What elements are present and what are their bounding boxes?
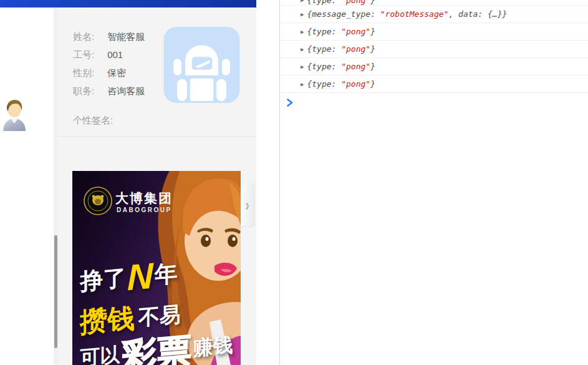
- ad-brand-name: 大博集团: [115, 190, 173, 207]
- field-label: 性别:: [73, 66, 102, 80]
- profile-row-id: 工号: 001: [73, 48, 123, 62]
- devtools-console[interactable]: ▶ {type: "pong"} ▶ {message_type: "robot…: [279, 0, 588, 365]
- expand-triangle-icon[interactable]: ▶: [301, 64, 304, 70]
- prompt-chevron-icon: [287, 99, 293, 107]
- expand-triangle-icon[interactable]: ▶: [301, 0, 304, 3]
- console-log-row[interactable]: ▶ {type: "pong"}: [280, 41, 588, 58]
- field-value: 咨询客服: [107, 85, 145, 96]
- field-value: 保密: [107, 67, 126, 78]
- console-log-row[interactable]: ▶ {type: "pong"}: [280, 75, 588, 93]
- expand-triangle-icon[interactable]: ▶: [301, 29, 304, 35]
- log-preview: {type: "pong"}: [307, 79, 375, 89]
- field-label: 工号:: [73, 48, 102, 62]
- profile-row-gender: 性别: 保密: [73, 66, 126, 80]
- chevron-right-icon: ›: [245, 196, 249, 213]
- robot-avatar-icon: [163, 27, 240, 103]
- expand-triangle-icon[interactable]: ▶: [301, 46, 304, 52]
- left-rail: [0, 7, 54, 365]
- log-preview: {type: "pong"}: [307, 62, 375, 71]
- console-prompt[interactable]: [280, 93, 588, 112]
- signature-label: 个性签名:: [73, 115, 113, 127]
- section-divider: [58, 136, 256, 137]
- console-log-row[interactable]: ▶ {message_type: "robotMessage", data: {…: [280, 6, 588, 23]
- app-topbar: [0, 0, 256, 7]
- field-value: 智能客服: [107, 31, 145, 42]
- dabogroup-logo-icon: [84, 187, 112, 215]
- ad-banner[interactable]: 大博集团 DABOGROUP 挣了N年 攒钱不易 可以彩票赚钱: [72, 171, 241, 365]
- field-label: 职务:: [73, 84, 102, 98]
- screen: 姓名: 智能客服 工号: 001 性别: 保密 职务: 咨询客服 个性签名:: [0, 0, 588, 365]
- console-log-row[interactable]: ▶ {type: "pong"}: [280, 0, 588, 6]
- left-scrollbar-track[interactable]: [54, 7, 58, 365]
- ad-brand-name-en: DABOGROUP: [117, 207, 172, 213]
- agent-profile-card: 姓名: 智能客服 工号: 001 性别: 保密 职务: 咨询客服 个性签名:: [58, 7, 256, 136]
- log-preview: {message_type: "robotMessage", data: {…}…: [307, 9, 507, 19]
- console-log-row[interactable]: ▶ {type: "pong"}: [280, 58, 588, 75]
- expand-triangle-icon[interactable]: ▶: [301, 11, 304, 17]
- field-label: 姓名:: [73, 30, 102, 44]
- profile-panel: 姓名: 智能客服 工号: 001 性别: 保密 职务: 咨询客服 个性签名:: [58, 7, 256, 365]
- profile-row-role: 职务: 咨询客服: [73, 84, 145, 98]
- carousel-next-button[interactable]: ›: [241, 183, 254, 226]
- log-preview: {type: "pong"}: [307, 27, 375, 36]
- expand-triangle-icon[interactable]: ▶: [301, 81, 304, 87]
- log-preview: {type: "pong"}: [307, 0, 375, 5]
- user-avatar-icon[interactable]: [2, 99, 27, 131]
- left-scrollbar-thumb[interactable]: [54, 235, 57, 348]
- log-preview: {type: "pong"}: [307, 44, 375, 54]
- console-log-row[interactable]: ▶ {type: "pong"}: [280, 23, 588, 41]
- profile-row-name: 姓名: 智能客服: [73, 30, 145, 44]
- customer-service-panel: 姓名: 智能客服 工号: 001 性别: 保密 职务: 咨询客服 个性签名:: [0, 0, 256, 365]
- field-value: 001: [107, 49, 123, 60]
